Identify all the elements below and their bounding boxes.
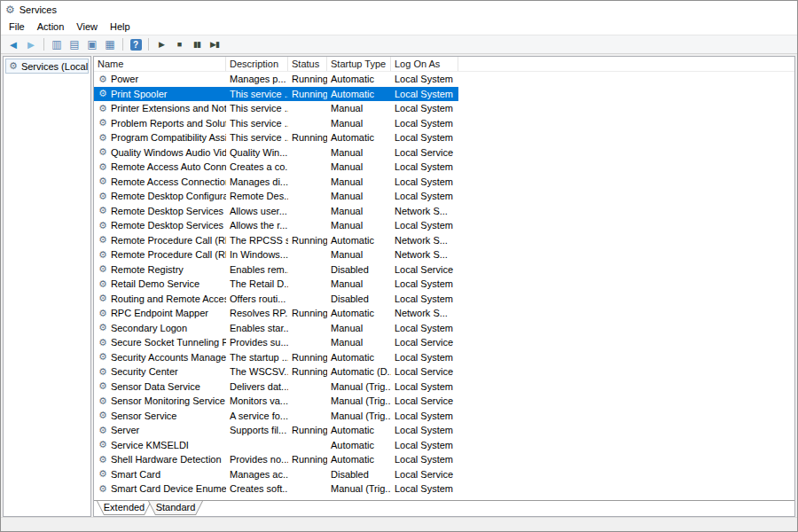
column-header-log-on-as[interactable]: Log On As (391, 57, 458, 71)
cell-name: ⚙Shell Hardware Detection (94, 452, 226, 467)
table-row[interactable]: ⚙Remote Access Connection ...Manages di.… (94, 175, 794, 190)
table-row[interactable]: ⚙Remote Desktop Services Us...Allows the… (94, 218, 794, 233)
service-name: Quality Windows Audio Vid... (111, 146, 226, 159)
service-gear-icon: ⚙ (98, 235, 107, 245)
table-row[interactable]: ⚙Sensor ServiceA service fo...Manual (Tr… (94, 409, 794, 424)
cell-status (288, 481, 327, 497)
refresh-button[interactable]: ▦ (101, 36, 119, 52)
cell-log-on-as: Local System (391, 160, 458, 175)
cell-filler (458, 438, 794, 453)
table-row[interactable]: ⚙Remote Access Auto Conne...Creates a co… (94, 160, 794, 175)
stop-service-button[interactable]: ■ (170, 36, 188, 52)
cell-description (226, 438, 288, 453)
menu-help[interactable]: Help (104, 20, 137, 34)
table-row[interactable]: ⚙Smart CardManages ac...DisabledLocal Se… (94, 467, 794, 482)
cell-name: ⚙Sensor Data Service (94, 379, 226, 395)
cell-name: ⚙Power (94, 72, 226, 87)
table-row[interactable]: ⚙Print SpoolerThis service ...RunningAut… (94, 87, 794, 102)
service-gear-icon: ⚙ (98, 440, 107, 450)
cell-description: The RPCSS s... (226, 233, 288, 248)
service-gear-icon: ⚙ (98, 426, 107, 435)
column-header-description[interactable]: Description (226, 57, 288, 71)
pause-service-button[interactable]: ▮▮ (188, 36, 206, 52)
table-row[interactable]: ⚙Shell Hardware DetectionProvides no...R… (94, 452, 794, 467)
cell-description: A service fo... (226, 409, 288, 424)
cell-startup-type: Manual (327, 160, 391, 175)
cell-startup-type: Manual (327, 247, 391, 262)
service-gear-icon: ⚙ (98, 367, 107, 377)
table-row[interactable]: ⚙Smart Card Device Enumera...Creates sof… (94, 481, 794, 497)
cell-startup-type: Manual (327, 321, 391, 336)
cell-log-on-as: Local System (391, 87, 458, 102)
service-name: Sensor Monitoring Service (111, 395, 225, 407)
toolbar: ◄►▥▤▣▦?▶■▮▮▶▮ (1, 35, 797, 54)
cell-filler (458, 467, 794, 482)
table-body: ⚙PowerManages p...RunningAutomaticLocal … (94, 72, 794, 500)
table-row[interactable]: ⚙Sensor Monitoring ServiceMonitors va...… (94, 394, 794, 409)
service-gear-icon: ⚙ (98, 176, 107, 186)
table-row[interactable]: ⚙Secure Socket Tunneling Pr...Provides s… (94, 335, 794, 350)
cell-log-on-as: Local Service (391, 394, 458, 409)
tab-standard[interactable]: Standard (148, 501, 203, 515)
show-console-tree-button[interactable]: ▥ (48, 36, 66, 52)
table-row[interactable]: ⚙Secondary LogonEnables star...ManualLoc… (94, 321, 794, 336)
table-row[interactable]: ⚙Remote Procedure Call (RPC)The RPCSS s.… (94, 233, 794, 248)
help-button[interactable]: ? (127, 36, 145, 52)
cell-status (288, 335, 327, 350)
cell-filler (458, 321, 794, 336)
cell-filler (458, 160, 794, 175)
table-row[interactable]: ⚙PowerManages p...RunningAutomaticLocal … (94, 72, 794, 87)
table-row[interactable]: ⚙Remote Desktop Configurat...Remote Des.… (94, 189, 794, 204)
cell-startup-type: Automatic (327, 438, 391, 453)
cell-name: ⚙Problem Reports and Soluti... (94, 116, 226, 131)
table-row[interactable]: ⚙Remote Desktop ServicesAllows user...Ma… (94, 204, 794, 219)
table-row[interactable]: ⚙ServerSupports fil...RunningAutomaticLo… (94, 423, 794, 438)
table-row[interactable]: ⚙Program Compatibility Assis...This serv… (94, 130, 794, 145)
cell-startup-type: Manual (Trig... (327, 409, 391, 424)
cell-name: ⚙Remote Access Connection ... (94, 175, 226, 190)
restart-service-button[interactable]: ▶▮ (206, 36, 223, 52)
cell-startup-type: Automatic (327, 452, 391, 467)
show-console-tree-icon: ▥ (51, 38, 61, 51)
service-name: Server (111, 424, 139, 436)
table-row[interactable]: ⚙Retail Demo ServiceThe Retail D...Manua… (94, 277, 794, 292)
service-gear-icon: ⚙ (98, 250, 107, 260)
table-row[interactable]: ⚙Problem Reports and Soluti...This servi… (94, 116, 794, 131)
tree-item-services-local[interactable]: ⚙ Services (Local) (5, 59, 89, 74)
service-gear-icon: ⚙ (98, 89, 107, 98)
cell-status (288, 292, 327, 307)
table-row[interactable]: ⚙Service KMSELDIAutomaticLocal System (94, 438, 794, 453)
start-service-button[interactable]: ▶ (153, 36, 170, 52)
table-row[interactable]: ⚙RPC Endpoint MapperResolves RP...Runnin… (94, 306, 794, 321)
back-icon: ◄ (8, 38, 20, 51)
column-header-name[interactable]: Name (94, 57, 226, 71)
cell-log-on-as: Local System (391, 481, 458, 497)
tab-extended[interactable]: Extended (97, 501, 152, 515)
cell-status (288, 438, 327, 453)
export-list-button[interactable]: ▤ (66, 36, 83, 52)
cell-filler (458, 145, 794, 160)
service-gear-icon: ⚙ (98, 264, 107, 274)
cell-description: Allows user... (226, 204, 288, 219)
table-row[interactable]: ⚙Printer Extensions and Notif...This ser… (94, 101, 794, 116)
cell-description: In Windows... (226, 247, 288, 262)
table-row[interactable]: ⚙Remote Procedure Call (RPC...In Windows… (94, 247, 794, 262)
menu-action[interactable]: Action (31, 20, 71, 34)
table-row[interactable]: ⚙Security Accounts ManagerThe startup ..… (94, 350, 794, 365)
table-row[interactable]: ⚙Quality Windows Audio Vid...Quality Win… (94, 145, 794, 160)
menu-view[interactable]: View (70, 20, 104, 34)
back-button[interactable]: ◄ (4, 36, 22, 52)
cell-filler (458, 116, 794, 131)
cell-log-on-as: Local System (391, 438, 458, 453)
table-row[interactable]: ⚙Security CenterThe WSCSV...RunningAutom… (94, 364, 794, 379)
cell-name: ⚙RPC Endpoint Mapper (94, 306, 226, 321)
table-row[interactable]: ⚙Routing and Remote AccessOffers routi..… (94, 292, 794, 307)
cell-startup-type: Manual (327, 175, 391, 190)
table-row[interactable]: ⚙Remote RegistryEnables rem...DisabledLo… (94, 262, 794, 278)
forward-button[interactable]: ► (22, 36, 40, 52)
menu-file[interactable]: File (3, 20, 31, 34)
table-row[interactable]: ⚙Sensor Data ServiceDelivers dat...Manua… (94, 379, 794, 395)
column-header-status[interactable]: Status (288, 57, 327, 71)
properties-button[interactable]: ▣ (83, 36, 101, 52)
column-header-startup-type[interactable]: Startup Type (327, 57, 391, 71)
